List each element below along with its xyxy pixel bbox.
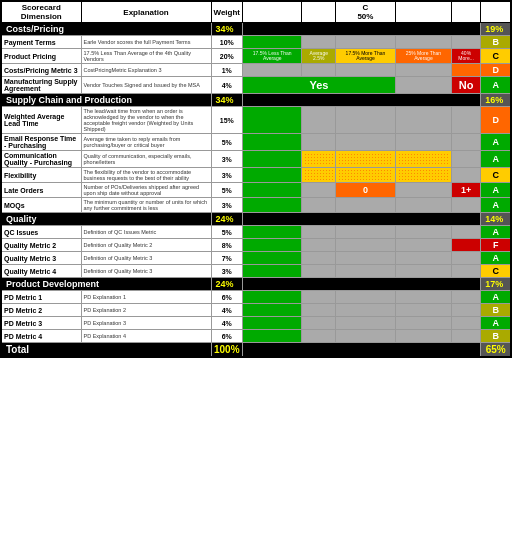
- grade-cell: [243, 317, 302, 330]
- metric-weight: 7%: [211, 252, 243, 265]
- grade-cell: [243, 151, 302, 168]
- grade-cell-text: Average 2.5%: [302, 49, 336, 64]
- metric-weight: 4%: [211, 304, 243, 317]
- header-grade-c: C50%: [335, 1, 395, 23]
- grade-cell: [243, 198, 302, 213]
- section-weight: 24%: [211, 213, 243, 226]
- table-row: Communication Quality - Purchasing Quali…: [1, 151, 511, 168]
- grade-cell: [395, 239, 451, 252]
- grade-cell: [335, 134, 395, 151]
- grade-cell: [335, 317, 395, 330]
- grade-cell: [302, 226, 336, 239]
- table-row: Costs/Pricing Metric 3 CostPricingMetric…: [1, 64, 511, 77]
- metric-weight: 20%: [211, 49, 243, 64]
- example-grade: A: [481, 198, 511, 213]
- grade-cell-dotted: [335, 151, 395, 168]
- table-row: Payment Terms Earle Vendor scores the fu…: [1, 36, 511, 49]
- grade-cell-text: 25% More Than Average: [395, 49, 451, 64]
- metric-explanation: Number of POs/Deliveries shipped after a…: [81, 183, 211, 198]
- metric-explanation: Definition of Quality Metric 2: [81, 239, 211, 252]
- metric-name: PD Metric 3: [1, 317, 81, 330]
- grade-cell: [451, 330, 480, 343]
- grade-cell: [451, 252, 480, 265]
- example-grade: F: [481, 239, 511, 252]
- grade-cell: [243, 330, 302, 343]
- metric-weight: 3%: [211, 168, 243, 183]
- metric-explanation: Vendor Touches Signed and Issued by the …: [81, 77, 211, 94]
- metric-explanation: The flexibility of the vendor to accommo…: [81, 168, 211, 183]
- grade-cell: [395, 64, 451, 77]
- metric-weight: 3%: [211, 198, 243, 213]
- grade-cell: [243, 134, 302, 151]
- example-grade: C: [481, 49, 511, 64]
- grade-cell-dotted: [335, 168, 395, 183]
- metric-name: Payment Terms: [1, 36, 81, 49]
- section-weight: 24%: [211, 278, 243, 291]
- grade-cell: [335, 291, 395, 304]
- table-row: Quality Metric 3 Definition of Quality M…: [1, 252, 511, 265]
- metric-weight: 3%: [211, 151, 243, 168]
- table-row: Late Orders Number of POs/Deliveries shi…: [1, 183, 511, 198]
- metric-weight: 15%: [211, 107, 243, 134]
- grade-cell: [395, 304, 451, 317]
- grade-cell: [451, 317, 480, 330]
- section-grade: 19%: [481, 23, 511, 36]
- example-grade: B: [481, 304, 511, 317]
- header-explanation: Explanation: [81, 1, 211, 23]
- metric-name: QC Issues: [1, 226, 81, 239]
- grade-cell: [335, 226, 395, 239]
- grade-cell: [302, 134, 336, 151]
- grade-cell: [395, 317, 451, 330]
- metric-explanation: CostPricingMetric Explanation 3: [81, 64, 211, 77]
- grade-cell: [302, 183, 336, 198]
- metric-explanation: The lead/wait time from when an order is…: [81, 107, 211, 134]
- metric-weight: 1%: [211, 64, 243, 77]
- header-example: ExampleVendor: [481, 1, 511, 23]
- metric-name: Weighted Average Lead Time: [1, 107, 81, 134]
- section-header-row: Supply Chain and Production 34% 16%: [1, 94, 511, 107]
- metric-explanation: Average time taken to reply emails from …: [81, 134, 211, 151]
- table-row: MOQs The minimum quantity or number of u…: [1, 198, 511, 213]
- table-row: Product Pricing 17.5% Less Than Average …: [1, 49, 511, 64]
- example-grade: B: [481, 36, 511, 49]
- grade-cell: [302, 252, 336, 265]
- grade-cell: [302, 317, 336, 330]
- example-grade: A: [481, 291, 511, 304]
- metric-explanation: The minimum quantity or number of units …: [81, 198, 211, 213]
- metric-explanation: PD Explanation 2: [81, 304, 211, 317]
- section-weight: 34%: [211, 23, 243, 36]
- metric-explanation: Definition of Quality Metric 3: [81, 252, 211, 265]
- section-grade: 16%: [481, 94, 511, 107]
- metric-name: Late Orders: [1, 183, 81, 198]
- table-row: Weighted Average Lead Time The lead/wait…: [1, 107, 511, 134]
- section-grade: 14%: [481, 213, 511, 226]
- grade-cell: [451, 64, 480, 77]
- header-scorecard: Scorecard Dimension: [1, 1, 81, 23]
- example-grade: A: [481, 252, 511, 265]
- example-grade: B: [481, 330, 511, 343]
- grade-cell: [451, 304, 480, 317]
- section-name: Costs/Pricing: [1, 23, 211, 36]
- section-spacer: [243, 213, 481, 226]
- example-grade: A: [481, 134, 511, 151]
- metric-explanation: Earle Vendor scores the full Payment Ter…: [81, 36, 211, 49]
- grade-cell: [335, 64, 395, 77]
- grade-cell: [302, 304, 336, 317]
- section-header-row: Costs/Pricing 34% 19%: [1, 23, 511, 36]
- metric-name: Quality Metric 3: [1, 252, 81, 265]
- table-row: PD Metric 3 PD Explanation 3 4% A: [1, 317, 511, 330]
- metric-weight: 10%: [211, 36, 243, 49]
- grade-cell-text: 40% More...: [451, 49, 480, 64]
- grade-cell: [302, 36, 336, 49]
- metric-weight: 6%: [211, 291, 243, 304]
- scorecard-table: Scorecard Dimension Explanation Weight A…: [0, 0, 512, 358]
- grade-cell: [451, 134, 480, 151]
- section-name: Quality: [1, 213, 211, 226]
- section-spacer: [243, 278, 481, 291]
- metric-name: Quality Metric 2: [1, 239, 81, 252]
- metric-name: MOQs: [1, 198, 81, 213]
- grade-cell: [302, 265, 336, 278]
- grade-cell: [302, 291, 336, 304]
- metric-weight: 4%: [211, 77, 243, 94]
- grade-cell: [395, 291, 451, 304]
